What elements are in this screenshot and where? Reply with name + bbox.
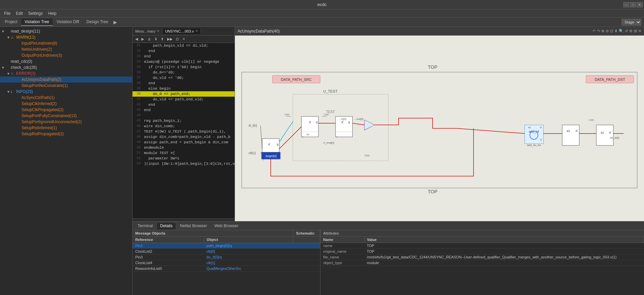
- code-line: 45reg path_begin_1;: [133, 118, 235, 124]
- code-scrollbar[interactable]: [133, 218, 235, 221]
- tab-details[interactable]: Details: [156, 222, 176, 230]
- sch-btn-maximize[interactable]: ⊞: [634, 29, 637, 33]
- schematic-content[interactable]: TOP TOP DATA_PATH_SRC DATA_PATH_DS: [235, 36, 644, 221]
- tree-label: SetupPortFullyConstrained(13): [21, 113, 77, 118]
- stage-select[interactable]: Stage: [622, 19, 641, 26]
- menu-edit[interactable]: Edit: [13, 10, 26, 16]
- tree-item[interactable]: ▼read_design(11): [0, 28, 132, 34]
- line-number: 41: [133, 97, 143, 102]
- code-line: 52 parameter DW=1: [133, 156, 235, 161]
- obj-link[interactable]: QualMergesOtherSrc: [206, 266, 241, 271]
- tree-item[interactable]: AcUnsyncDataPath(2): [0, 77, 132, 83]
- table-row[interactable]: ClockList4clk[1]: [133, 260, 320, 266]
- code-tab-unsync[interactable]: UNSYNC....003.v ✕: [162, 29, 201, 34]
- tab-web-browser[interactable]: Web Browser: [211, 222, 242, 230]
- menu-file[interactable]: File: [1, 10, 13, 16]
- tree-item[interactable]: SetupClkInferred(2): [0, 101, 132, 107]
- tree-item[interactable]: SetupPortFullyConstrained(13): [0, 113, 132, 119]
- toolbar-pause[interactable]: ⏸: [146, 37, 152, 42]
- table-row[interactable]: Pin3do_0[0]/q: [133, 254, 320, 260]
- attr-value: TOP: [364, 249, 644, 254]
- tab-violation-tree[interactable]: Violation Tree: [21, 18, 52, 26]
- tree-label: SetupPortIgnoredUnconnected(2): [21, 119, 82, 124]
- tree-item[interactable]: ▼ℹINFO(23): [0, 89, 132, 95]
- code-line: 34always@ (posedge clk[1] or negedge: [133, 59, 235, 64]
- toolbar-down[interactable]: ⬇: [153, 36, 159, 42]
- toolbar-wrap[interactable]: ⊡: [175, 36, 180, 42]
- ref-link[interactable]: Pin1: [135, 244, 143, 248]
- tree-toggle[interactable]: ▼: [1, 66, 5, 69]
- window-controls[interactable]: ─ □ ✕: [623, 2, 643, 7]
- tree-toggle[interactable]: ▼: [7, 90, 11, 94]
- tree-item[interactable]: NetIsUndriven(2): [0, 46, 132, 52]
- sch-btn-fit[interactable]: ⊡: [610, 29, 613, 33]
- code-content[interactable]: 31 path_begin_vld <= di_vld;32 end33end3…: [133, 43, 235, 218]
- toolbar-forward[interactable]: ▶: [140, 36, 145, 42]
- tree-item[interactable]: SetupPortNoConstraint(1): [0, 83, 132, 89]
- sch-btn-undo[interactable]: ↶: [593, 29, 596, 33]
- tab-design-tree[interactable]: Design Tree: [83, 18, 111, 26]
- tree-item[interactable]: OutputPortUndriven(3): [0, 52, 132, 58]
- line-code: module TEST #{: [143, 150, 235, 156]
- tree-item[interactable]: ▼✕ERROR(3): [0, 70, 132, 77]
- obj-link[interactable]: clk[1]: [206, 261, 215, 265]
- tree-toggle[interactable]: ▼: [7, 36, 11, 39]
- table-row[interactable]: ReasonInfoList5QualMergesOtherSrc: [133, 266, 320, 272]
- svg-text:2'b0: 2'b0: [364, 154, 370, 157]
- tab-arrow[interactable]: ▶: [112, 19, 118, 25]
- tab-terminal[interactable]: Terminal: [134, 222, 156, 230]
- tab-netlist-browser[interactable]: Netlist Browser: [176, 222, 211, 230]
- tree-toggle[interactable]: ▼: [7, 72, 11, 76]
- tree-label: read_cdc(0): [11, 59, 32, 64]
- tree-item[interactable]: InputPinUndriven(6): [0, 40, 132, 46]
- svg-text:d: d: [268, 143, 270, 146]
- svg-text:d: d: [609, 131, 611, 134]
- tree-item[interactable]: SetupClkPropagated(2): [0, 107, 132, 113]
- sch-btn-settings[interactable]: ⚙: [629, 29, 633, 33]
- close-tab-messages[interactable]: ✕: [157, 29, 159, 33]
- tree-item[interactable]: SetupRstInferred(1): [0, 125, 132, 131]
- tab-violation-diff[interactable]: Violation Diff: [53, 18, 83, 26]
- tree-label: OutputPortUndriven(3): [21, 53, 62, 58]
- obj-link[interactable]: path_begin[0]/q: [206, 244, 232, 248]
- menu-help[interactable]: Help: [45, 10, 59, 16]
- tree-item[interactable]: AcSyncCtrlPath(1): [0, 95, 132, 101]
- line-number: 47: [133, 129, 143, 134]
- tree-item[interactable]: ▼check_cdc(26): [0, 64, 132, 70]
- tree-item[interactable]: read_cdc(0): [0, 58, 132, 64]
- svg-text:q: q: [540, 138, 542, 141]
- table-row[interactable]: ClockList2clk[0]: [133, 249, 320, 254]
- svg-rect-11: [301, 116, 318, 137]
- tab-project[interactable]: Project: [1, 18, 20, 26]
- toolbar-up[interactable]: ⬆: [159, 36, 165, 42]
- table-row[interactable]: Pin1path_begin[0]/q: [133, 243, 320, 249]
- tree-item[interactable]: SetupPortIgnoredUnconnected(2): [0, 119, 132, 125]
- minimize-button[interactable]: ─: [623, 2, 629, 7]
- maximize-button[interactable]: □: [630, 2, 636, 7]
- sch-btn-close[interactable]: ✕: [638, 29, 641, 33]
- tree-icon: ⚠: [11, 36, 15, 39]
- toolbar-fast-forward[interactable]: ▶▶: [166, 36, 174, 42]
- code-line: 42 end: [133, 102, 235, 107]
- sch-btn-zoom-in[interactable]: ⊕: [601, 29, 604, 33]
- line-code: end: [143, 107, 235, 113]
- sch-btn-redo[interactable]: ↷: [597, 29, 600, 33]
- toolbar-back[interactable]: ◀: [134, 36, 139, 42]
- obj-link[interactable]: do_0[0]/q: [206, 255, 222, 259]
- tree-item[interactable]: ▼⚠WARN(11): [0, 34, 132, 40]
- code-tab-messages[interactable]: Mess...mary ✕: [133, 29, 162, 34]
- menu-settings[interactable]: Settings: [26, 10, 45, 16]
- close-button[interactable]: ✕: [637, 2, 643, 7]
- sch-btn-zoom-out[interactable]: ⊖: [606, 29, 609, 33]
- close-tab-unsync[interactable]: ✕: [195, 29, 198, 33]
- attr-row: nameTOP: [320, 243, 644, 249]
- sch-btn-download[interactable]: ⬇: [614, 29, 617, 33]
- obj-link[interactable]: clk[0]: [206, 249, 215, 253]
- tree-toggle[interactable]: ▼: [1, 30, 5, 33]
- svg-text:...in[0]: ...in[0]: [339, 117, 346, 120]
- sch-btn-search[interactable]: 🔍: [619, 29, 624, 33]
- ref-cell: Pin3: [133, 254, 204, 260]
- toolbar-close[interactable]: ✕: [181, 36, 187, 42]
- sch-btn-refresh[interactable]: ↺: [625, 29, 628, 33]
- tree-item[interactable]: SetupRstPropagated(2): [0, 131, 132, 137]
